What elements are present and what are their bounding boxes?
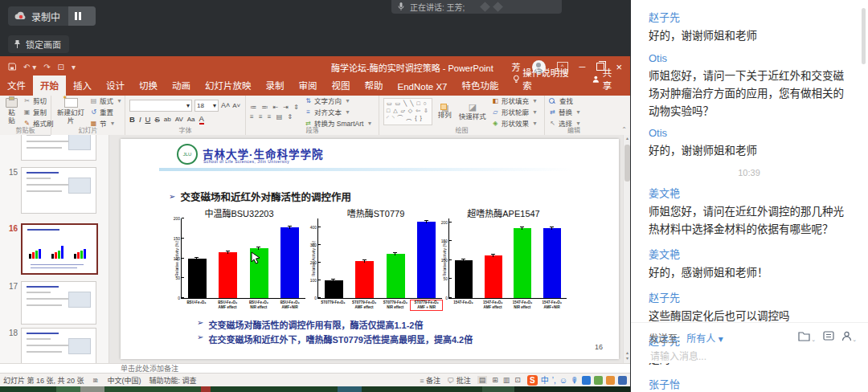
italic-button[interactable]: I xyxy=(139,115,141,124)
slideshow-view-button[interactable]: ⊡ xyxy=(514,376,521,384)
voice-input-icon[interactable]: 🎙 xyxy=(571,375,579,386)
thumbnail-preview[interactable] xyxy=(21,167,96,214)
thumbnail-number: 18 xyxy=(0,328,18,363)
slide-sorter-view-button[interactable]: ⊞ xyxy=(492,376,498,384)
accessibility-status[interactable]: 辅助功能: 调查 xyxy=(149,375,197,386)
underline-button[interactable]: U xyxy=(145,115,151,124)
slide-thumbnail-15[interactable]: 15 xyxy=(0,167,108,214)
text-shadow-button[interactable]: ab xyxy=(164,116,171,123)
find-button[interactable]: 查找 xyxy=(549,96,582,105)
redo-icon[interactable]: ↷ xyxy=(43,63,50,71)
y-tick-label: 200 xyxy=(441,220,448,225)
error-bar xyxy=(463,259,464,262)
lightbulb-icon xyxy=(513,75,520,84)
shapes-gallery[interactable]: ▭ ▭ ╲ ╲ □ ○ □ △ ▱ ◇ ⇦ ⇩ ◜ ◝ ⌒ ︵ { } xyxy=(383,98,432,125)
tab-特色功能[interactable]: 特色功能 xyxy=(455,76,506,96)
ime-mode-indicator[interactable]: 中 xyxy=(541,375,549,386)
shape-fill-button[interactable]: ◧形状填充▾ xyxy=(492,96,538,105)
text-direction-button[interactable]: ⇅文字方向▾ xyxy=(305,96,373,105)
pause-recording-button[interactable] xyxy=(75,12,81,20)
tab-录制[interactable]: 录制 xyxy=(259,76,292,96)
save-icon[interactable] xyxy=(8,63,16,71)
align-text-button[interactable]: ≡对齐文本▾ xyxy=(305,107,373,116)
language-indicator[interactable]: 中文(中国) xyxy=(108,375,141,386)
chat-scrollbar[interactable] xyxy=(862,8,866,64)
notes-pane[interactable]: 单击此处添加备注 xyxy=(0,363,630,373)
trophy-icon[interactable] xyxy=(606,376,615,385)
attendee-icon[interactable]: ⌄ xyxy=(841,330,857,345)
tab-设计[interactable]: 设计 xyxy=(99,76,132,96)
announcement-icon[interactable] xyxy=(823,330,834,345)
tab-插入[interactable]: 插入 xyxy=(66,76,99,96)
customize-qat-icon[interactable]: ▾ xyxy=(72,63,76,71)
font-color-button[interactable]: A xyxy=(199,114,204,125)
start-slideshow-icon[interactable]: ⊡ xyxy=(58,63,64,71)
tab-视图[interactable]: 视图 xyxy=(325,76,358,96)
reading-view-button[interactable]: ▥ xyxy=(503,376,510,384)
shape-outline-button[interactable]: ▱形状轮廓▾ xyxy=(492,107,538,116)
normal-view-button[interactable]: ▤ xyxy=(477,376,488,384)
send-to-dropdown[interactable]: 所有人 ▾ xyxy=(686,331,723,345)
university-logo: JLU xyxy=(177,144,198,165)
spellcheck-icon[interactable]: 🗈 xyxy=(92,376,100,384)
bold-button[interactable]: B xyxy=(129,115,135,124)
tab-帮助[interactable]: 帮助 xyxy=(358,76,391,96)
comments-toggle[interactable]: 🗩 批注 xyxy=(447,375,471,386)
tab-文件[interactable]: 文件 xyxy=(0,76,33,96)
emoji-icon[interactable]: ☺ xyxy=(559,375,567,386)
tab-幻灯片放映[interactable]: 幻灯片放映 xyxy=(198,76,259,96)
next-slide-button[interactable]: ▾ xyxy=(624,356,630,361)
char-spacing-button[interactable]: AV xyxy=(175,116,183,123)
slide-thumbnail-partial[interactable] xyxy=(0,135,108,161)
tab-动画[interactable]: 动画 xyxy=(165,76,198,96)
toolbox-icon[interactable] xyxy=(594,376,603,385)
x-axis-labels: 1547-Fe₃O₄1547-Fe₃O₄AMF effect1547-Fe₃O₄… xyxy=(440,300,567,310)
thumbnail-preview[interactable] xyxy=(21,328,96,363)
list-buttons[interactable]: ≔ ≕ ⇤ ⇥ ⇕ xyxy=(250,104,301,111)
new-slide-button[interactable]: 新建幻灯片 xyxy=(55,98,86,125)
grow-font-icon[interactable]: A˄ xyxy=(221,101,230,109)
chat-message-input[interactable] xyxy=(649,350,853,363)
file-transfer-icon[interactable]: ⌄ xyxy=(798,330,816,345)
tab-切换[interactable]: 切换 xyxy=(132,76,165,96)
bar-0 xyxy=(455,260,473,298)
thumbnail-preview[interactable] xyxy=(21,135,96,161)
undo-icon[interactable]: ↶ ▾ xyxy=(23,63,36,71)
punctuation-icon[interactable]: ’, xyxy=(552,375,556,386)
sogou-logo-icon[interactable]: S xyxy=(527,375,538,386)
cut-button[interactable]: ✂剪切 xyxy=(23,96,54,105)
tab-审阅[interactable]: 审阅 xyxy=(292,76,325,96)
font-size-combo[interactable]: 18▾ xyxy=(194,100,219,112)
slide-thumbnail-18[interactable]: 18 xyxy=(0,328,108,363)
tell-me-search[interactable]: 操作说明搜索 xyxy=(506,63,583,96)
thumbnail-preview[interactable] xyxy=(21,281,96,325)
thumbnail-preview[interactable] xyxy=(21,223,98,275)
paste-button[interactable]: 粘贴 xyxy=(4,98,19,125)
collapse-ribbon-icon[interactable]: ⌃ xyxy=(621,126,627,133)
strikethrough-button[interactable]: S xyxy=(154,115,159,124)
change-case-button[interactable]: Aa xyxy=(187,116,195,123)
tab-开始[interactable]: 开始 xyxy=(33,76,66,96)
layout-button[interactable]: ▤版式▾ xyxy=(90,96,123,105)
copy-button[interactable]: ▣复制 xyxy=(23,107,54,116)
skin-icon[interactable] xyxy=(618,376,627,385)
lock-screen-button[interactable]: 锁定画面 xyxy=(8,35,69,53)
editor-scrollbar[interactable]: ▴ ▴▾ xyxy=(623,135,630,363)
shrink-font-icon[interactable]: A˅ xyxy=(232,102,240,109)
reset-button[interactable]: ↺重置 xyxy=(90,107,123,116)
align-buttons[interactable]: ≡ ≡ ≡ ▤ ⇕ xyxy=(250,113,301,120)
tab-EndNote X7[interactable]: EndNote X7 xyxy=(391,79,455,96)
notes-toggle[interactable]: ≡ 备注 xyxy=(420,375,440,386)
share-button[interactable]: 共享 xyxy=(583,63,630,96)
slide-canvas[interactable]: JLU 吉林大学·生命科学学院 School of Life Sciences,… xyxy=(121,139,619,359)
y-tick-label: 50 xyxy=(443,276,448,281)
slide-thumbnail-16[interactable]: 16 xyxy=(0,223,108,275)
slide-thumbnail-17[interactable]: 17 xyxy=(0,281,108,325)
quick-styles-button[interactable]: ◪ 快速样式 xyxy=(457,98,488,125)
replace-button[interactable]: ⇄替换▾ xyxy=(549,107,582,116)
scrollbar-thumb[interactable] xyxy=(624,145,630,182)
previous-slide-button[interactable]: ▴ xyxy=(624,350,630,356)
keyboard-icon[interactable] xyxy=(582,376,591,385)
arrange-button[interactable]: 排列 xyxy=(436,98,453,125)
font-name-combo[interactable]: ▾ xyxy=(129,100,192,112)
